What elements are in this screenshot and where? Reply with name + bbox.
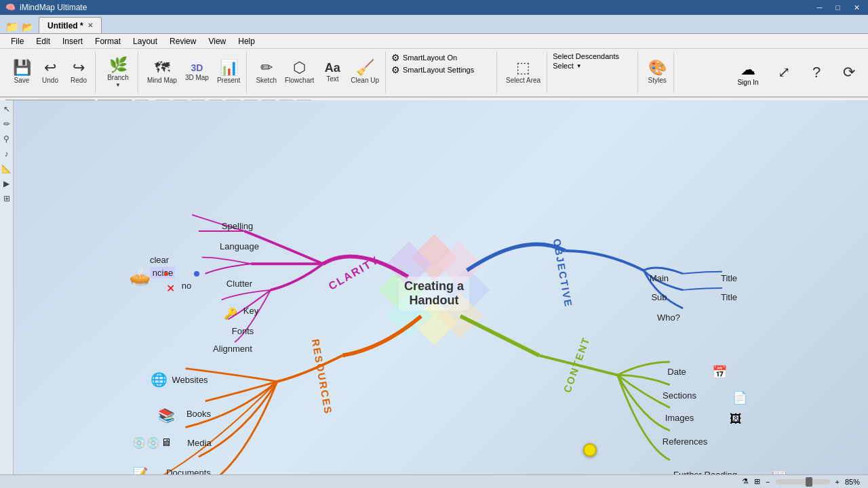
select-area-group: ⬚ Select Area [500,52,547,93]
calendar-icon: 📅 [712,365,727,380]
tools-group: ✏ Sketch ⬡ Flowchart Aa Text 🧹 Clean Up [250,52,386,93]
text-label: Text [326,75,338,83]
grid-view-icon[interactable]: ⊞ [754,477,760,486]
image-icon: 🖼 [730,412,742,426]
cd-icon: 💿 [132,436,146,449]
fullscreen-icon: ⤢ [778,65,790,80]
present-icon: 📊 [220,60,238,75]
branch-group: 🌿 Branch ▼ [98,52,138,93]
page-icon: 📝 [133,466,148,474]
menu-view[interactable]: View [203,35,231,47]
menu-review[interactable]: Review [164,35,201,47]
styles-label: Styles [648,77,667,85]
redo-icon: ↪ [73,60,85,75]
3d-map-label: 3D Map [185,74,209,82]
branch-button[interactable]: 🌿 Branch ▼ [101,54,135,92]
open-folder-icon[interactable]: 📁 [5,20,19,33]
cd2-icon: 💿 [146,436,160,449]
fullscreen-button[interactable]: ⤢ [770,54,797,92]
sketch-label: Sketch [256,77,277,85]
tab-close-button[interactable]: ✕ [87,22,93,29]
cursor-tool[interactable]: ↖ [2,103,12,115]
undo-button[interactable]: ↩ Undo [37,54,64,92]
search-tool[interactable]: ⚲ [2,133,11,145]
refresh-icon: ⟳ [843,65,855,80]
present-label: Present [217,77,240,85]
select-arrow: ▼ [576,63,582,69]
smartlayout-on-label: SmartLayout On [403,54,457,62]
blue-dot [194,271,199,277]
menu-insert[interactable]: Insert [57,35,88,47]
text-button[interactable]: Aa Text [319,54,346,92]
menu-file[interactable]: File [5,35,29,47]
measure-tool[interactable]: 📐 [0,163,13,175]
save-icon: 💾 [13,60,31,75]
menu-layout[interactable]: Layout [127,35,163,47]
minimize-button[interactable]: ─ [814,3,825,12]
text-icon: Aa [325,62,340,74]
filter-icon[interactable]: ⚗ [742,477,749,486]
smartlayout-group: ⚙ SmartLayout On ⚙ SmartLayout Settings [389,52,497,93]
mind-map-label: Mind Map [147,77,177,85]
select-descendants-button[interactable]: Select Descendants [553,52,619,60]
smartlayout-on-button[interactable]: ⚙ SmartLayout On [391,52,457,63]
sign-in-button[interactable]: ☁ Sign In [731,61,765,86]
app-title: iMindMap Ultimate [20,3,87,12]
mind-map-icon: 🗺 [155,60,170,75]
new-tab-icon[interactable]: 📂 [22,22,33,33]
expand-tool[interactable]: ▶ [2,178,11,190]
mind-map-button[interactable]: 🗺 Mind Map [144,54,180,92]
canvas: Creating a Handout CLARITY Spelling Lang… [14,100,868,474]
active-tab[interactable]: Untitled * ✕ [39,17,102,33]
menu-format[interactable]: Format [90,35,126,47]
titlebar-controls: ─ □ ✕ [814,3,863,12]
redo-button[interactable]: ↪ Redo [65,54,92,92]
key-icon: 🔑 [224,307,237,320]
refresh-button[interactable]: ⟳ [835,54,863,92]
styles-button[interactable]: 🎨 Styles [644,54,671,92]
present-button[interactable]: 📊 Present [214,54,243,92]
3d-map-icon: 3D [191,63,203,73]
save-button[interactable]: 💾 Save [8,54,35,92]
cloud-icon: ☁ [741,61,755,79]
cleanup-label: Clean Up [351,77,379,85]
branch-arrow: ▼ [115,82,121,88]
smartlayout-on-icon: ⚙ [391,52,400,63]
left-toolbar: ↖ ✏ ⚲ ♪ 📐 ▶ ⊞ [0,100,14,474]
map-type-group: 🗺 Mind Map 3D 3D Map 📊 Present [141,52,247,93]
cleanup-button[interactable]: 🧹 Clean Up [347,54,382,92]
select-button[interactable]: Select ▼ [553,62,582,70]
document-icon: 📄 [732,390,747,405]
zoom-slider[interactable] [776,479,830,485]
save-label: Save [14,77,30,85]
menu-edit[interactable]: Edit [31,35,56,47]
zoom-out-button[interactable]: − [766,478,770,486]
styles-icon: 🎨 [648,60,667,75]
red-dot [164,272,168,276]
select-area-icon: ⬚ [516,60,530,75]
smartlayout-settings-label: SmartLayout Settings [403,66,474,74]
menu-help[interactable]: Help [233,35,260,47]
select-area-button[interactable]: ⬚ Select Area [502,54,544,92]
smartlayout-settings-button[interactable]: ⚙ SmartLayout Settings [391,64,474,75]
books-icon: 📚 [158,407,175,424]
app-icon: 🧠 [5,3,16,12]
close-button[interactable]: ✕ [851,3,863,12]
maximize-button[interactable]: □ [833,3,843,12]
grid-tool[interactable]: ⊞ [2,192,12,205]
save-group: 💾 Save ↩ Undo ↪ Redo [5,52,96,93]
smartlayout-settings-icon: ⚙ [391,64,400,75]
globe-icon: 🌐 [151,371,167,388]
undo-label: Undo [42,77,58,85]
audio-tool[interactable]: ♪ [3,148,10,160]
main-toolbar: 💾 Save ↩ Undo ↪ Redo 🌿 Branch ▼ 🗺 Mind M… [0,49,868,98]
zoom-in-button[interactable]: + [835,478,840,486]
help-button[interactable]: ? [803,54,830,92]
help-icon: ? [812,65,821,80]
flowchart-icon: ⬡ [293,60,306,75]
draw-tool[interactable]: ✏ [2,118,12,130]
3d-map-button[interactable]: 3D 3D Map [182,54,212,92]
flowchart-button[interactable]: ⬡ Flowchart [281,54,317,92]
sketch-button[interactable]: ✏ Sketch [252,54,280,92]
select-label: Select [553,62,574,70]
